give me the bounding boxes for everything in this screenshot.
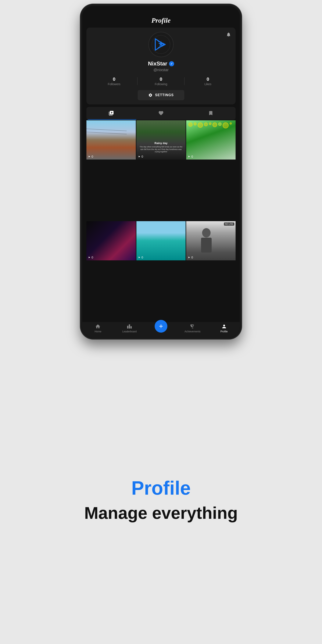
view-count-1: 0 bbox=[88, 155, 93, 158]
play-icon-4 bbox=[88, 256, 91, 259]
user-handle: @nixstar bbox=[153, 68, 168, 72]
rainy-day-overlay: Rainy day The day when everything felt l… bbox=[138, 142, 184, 153]
avatar-logo bbox=[152, 35, 170, 54]
leaderboard-icon bbox=[127, 324, 132, 329]
thumbnail-1-overlay bbox=[86, 120, 136, 160]
followers-count: 0 bbox=[91, 76, 138, 82]
nav-achievements-label: Achievements bbox=[184, 330, 200, 333]
tab-likes[interactable] bbox=[136, 107, 186, 120]
play-icon bbox=[88, 155, 91, 158]
profile-icon bbox=[222, 324, 227, 329]
videos-icon bbox=[108, 110, 114, 116]
following-stat[interactable]: 0 Following bbox=[138, 76, 184, 86]
likes-count: 0 bbox=[184, 76, 231, 82]
view-count-3: 0 bbox=[188, 155, 193, 158]
thumbnail-2-bg bbox=[136, 120, 186, 160]
play-icon-6 bbox=[188, 256, 190, 259]
page-title: Profile bbox=[82, 16, 240, 24]
settings-label: SETTINGS bbox=[155, 93, 174, 97]
following-label: Following bbox=[138, 82, 184, 86]
play-icon-3 bbox=[188, 155, 190, 158]
thumbnail-4-bg bbox=[86, 221, 136, 260]
svg-line-2 bbox=[86, 129, 127, 131]
username-row: NixStar ✓ bbox=[148, 60, 174, 67]
avatar bbox=[148, 32, 174, 57]
username: NixStar bbox=[148, 60, 167, 67]
person-silhouette bbox=[186, 221, 236, 260]
following-count: 0 bbox=[138, 76, 184, 82]
plus-icon bbox=[158, 323, 164, 329]
grid-item-5[interactable]: 0 bbox=[136, 221, 186, 260]
nav-profile[interactable]: Profile bbox=[208, 324, 240, 333]
svg-point-4 bbox=[202, 228, 210, 238]
phone-wrapper: Profile bbox=[80, 4, 242, 339]
grid-item-4[interactable]: 0 bbox=[86, 221, 136, 260]
view-count-5: 0 bbox=[138, 256, 143, 259]
likes-stat[interactable]: 0 Likes bbox=[184, 76, 231, 86]
view-count-6: 0 bbox=[188, 256, 193, 259]
svg-line-3 bbox=[86, 132, 127, 134]
title-bar: Profile bbox=[82, 6, 240, 28]
marketing-section: Profile Manage everything bbox=[0, 339, 322, 644]
view-count-2: 0 bbox=[138, 155, 143, 158]
achievements-icon bbox=[190, 324, 195, 329]
nav-add-container bbox=[145, 324, 177, 333]
nav-profile-label: Profile bbox=[220, 330, 228, 333]
profile-card: NixStar ✓ @nixstar 0 Followers 0 Followi… bbox=[86, 28, 236, 104]
thumbnail-5-bg bbox=[136, 221, 186, 260]
no-live-badge: NO LIVE bbox=[224, 222, 234, 226]
nav-achievements[interactable]: Achievements bbox=[177, 324, 208, 333]
grid-item-1[interactable]: 0 bbox=[86, 120, 136, 160]
play-icon-2 bbox=[138, 155, 141, 158]
bokeh-overlay bbox=[186, 120, 236, 160]
add-button[interactable] bbox=[155, 320, 167, 332]
bell-icon bbox=[226, 32, 231, 37]
gear-icon bbox=[148, 93, 152, 97]
phone-screen: Profile bbox=[82, 6, 240, 337]
nav-home[interactable]: Home bbox=[82, 324, 114, 333]
svg-rect-5 bbox=[201, 238, 212, 252]
grid-item-2[interactable]: Rainy day The day when everything felt l… bbox=[136, 120, 186, 160]
grid-item-3[interactable]: 0 bbox=[186, 120, 236, 160]
followers-label: Followers bbox=[91, 82, 138, 86]
tab-bookmarks[interactable] bbox=[186, 107, 236, 120]
nav-home-label: Home bbox=[94, 330, 101, 333]
notification-button[interactable] bbox=[225, 31, 232, 38]
bottom-nav: Home Leaderboard bbox=[82, 322, 240, 337]
nav-leaderboard-label: Leaderboard bbox=[122, 330, 137, 333]
phone-frame: Profile bbox=[80, 4, 242, 339]
video-grid: 0 Rainy day The day when everything felt… bbox=[86, 120, 236, 321]
tab-videos[interactable] bbox=[86, 107, 136, 120]
verified-badge: ✓ bbox=[169, 61, 174, 66]
content-tabs bbox=[86, 107, 236, 120]
view-count-4: 0 bbox=[88, 256, 93, 259]
marketing-subtitle: Manage everything bbox=[84, 503, 238, 523]
likes-label: Likes bbox=[184, 82, 231, 86]
play-icon-5 bbox=[138, 256, 141, 259]
home-icon bbox=[95, 324, 100, 329]
grid-item-6[interactable]: NO LIVE 0 bbox=[186, 221, 236, 260]
heart-icon bbox=[158, 110, 164, 116]
stats-row: 0 Followers 0 Following 0 Likes bbox=[91, 76, 231, 86]
followers-stat[interactable]: 0 Followers bbox=[91, 76, 138, 86]
settings-button[interactable]: SETTINGS bbox=[138, 90, 184, 100]
marketing-title: Profile bbox=[131, 477, 191, 499]
nav-leaderboard[interactable]: Leaderboard bbox=[114, 324, 145, 333]
bookmark-icon bbox=[208, 110, 214, 116]
